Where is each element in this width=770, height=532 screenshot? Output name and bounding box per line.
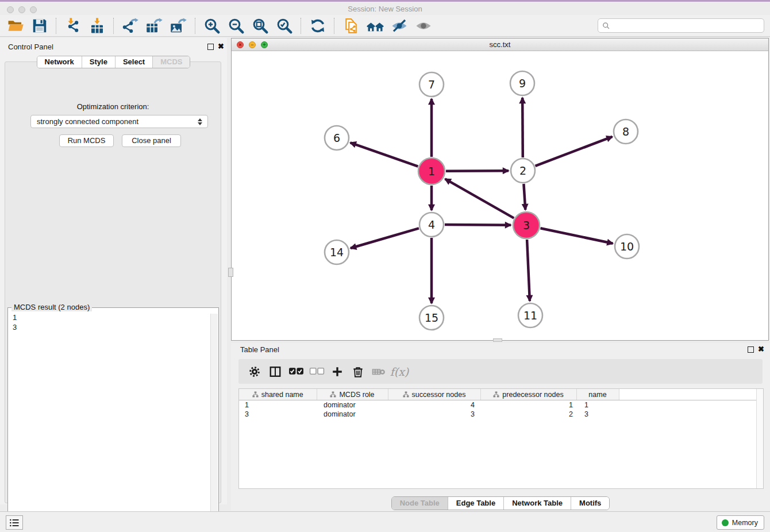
task-history-button[interactable] [6, 515, 23, 530]
column-header-shared-name[interactable]: shared name [239, 389, 317, 400]
export-image-icon [170, 17, 187, 34]
table-row[interactable]: 1dominator411 [239, 400, 763, 410]
export-network-button[interactable] [121, 16, 140, 36]
table-cell[interactable]: 3 [239, 410, 317, 419]
toolbar-separator [334, 18, 335, 34]
table-cell[interactable]: 1 [480, 400, 576, 410]
tab-node-table[interactable]: Node Table [392, 497, 448, 510]
table-panel: Table Panel ✖ f(x) shared nameMCDS roles… [231, 343, 770, 511]
table-cell[interactable]: 3 [388, 410, 480, 419]
column-layout-button[interactable] [265, 361, 286, 382]
tab-network-table[interactable]: Network Table [503, 497, 571, 510]
network-graph[interactable]: 7968124314101511 [232, 51, 768, 340]
table-cell[interactable]: dominator [317, 410, 388, 419]
node-label-6: 6 [333, 132, 340, 144]
select-all-columns-button[interactable] [286, 361, 306, 382]
zoom-out-button[interactable] [226, 16, 246, 36]
table-settings-button[interactable] [244, 361, 265, 382]
search-icon [602, 22, 610, 30]
edge-3-10[interactable] [541, 228, 613, 244]
edge-4-14[interactable] [351, 228, 419, 248]
hide-selected-button[interactable] [390, 16, 409, 36]
import-table-icon [88, 17, 106, 34]
refresh-icon [309, 17, 326, 34]
header-filler [619, 389, 763, 400]
open-file-button[interactable] [6, 16, 25, 36]
list-icon [9, 517, 20, 529]
export-table-button[interactable] [145, 16, 164, 36]
deselect-all-columns-button[interactable] [306, 361, 327, 382]
tab-edge-table[interactable]: Edge Table [448, 497, 503, 510]
close-panel-icon[interactable]: ✖ [218, 42, 224, 51]
delete-column-button[interactable] [348, 361, 368, 382]
edge-2-3[interactable] [523, 184, 525, 210]
table-float-panel-icon[interactable] [748, 346, 754, 353]
table-cell[interactable]: 4 [388, 400, 480, 410]
refresh-button[interactable] [308, 16, 328, 36]
edge-2-9[interactable] [522, 98, 523, 157]
table-cell[interactable]: 1 [576, 400, 619, 410]
table-scrollbar[interactable] [756, 389, 763, 488]
mcds-result-node: 1 [13, 313, 17, 322]
edge-4-3[interactable] [445, 225, 511, 225]
column-header-MCDS-role[interactable]: MCDS role [317, 389, 388, 400]
memory-button[interactable]: Memory [717, 515, 764, 530]
run-mcds-button[interactable]: Run MCDS [59, 134, 114, 147]
tab-network[interactable]: Network [37, 56, 82, 68]
toolbar-separator [113, 18, 114, 34]
table-row[interactable]: 3dominator323 [239, 410, 763, 419]
tab-style[interactable]: Style [82, 56, 115, 68]
close-panel-button[interactable]: Close panel [122, 134, 181, 147]
tab-motifs[interactable]: Motifs [571, 497, 609, 510]
horizontal-splitter-grip[interactable] [493, 338, 502, 342]
vertical-splitter-grip[interactable] [228, 268, 233, 277]
search-box[interactable] [598, 18, 764, 33]
edge-3-11[interactable] [527, 240, 530, 301]
float-panel-icon[interactable] [207, 44, 214, 50]
tab-select[interactable]: Select [115, 56, 152, 68]
column-header-predecessor-nodes[interactable]: predecessor nodes [480, 389, 576, 400]
edge-2-8[interactable] [536, 137, 613, 166]
result-scrollbar[interactable] [210, 314, 218, 522]
optimization-label: Optimization criterion: [5, 102, 221, 111]
network-window-titlebar[interactable]: × − + scc.txt [232, 38, 768, 51]
show-all-button[interactable] [414, 16, 433, 36]
control-panel-title: Control Panel [8, 43, 53, 51]
zoom-selected-button[interactable] [275, 16, 294, 36]
network-window-title: scc.txt [232, 40, 768, 49]
import-network-icon [64, 17, 82, 34]
dropdown-stepper-icon [197, 118, 202, 125]
node-label-15: 15 [425, 311, 438, 324]
duplicate-network-button[interactable] [341, 16, 361, 36]
network-canvas[interactable]: 7968124314101511 [232, 51, 768, 340]
eye-slash-icon [391, 17, 408, 34]
table-tabs-row: Node TableEdge TableNetwork TableMotifs [231, 496, 770, 510]
memory-status-icon [722, 519, 729, 526]
edge-1-2[interactable] [446, 171, 509, 171]
import-network-button[interactable] [63, 16, 83, 36]
table-cell[interactable]: 2 [480, 410, 576, 419]
add-column-button[interactable] [327, 361, 348, 382]
save-icon [31, 17, 48, 34]
zoom-in-button[interactable] [202, 16, 222, 36]
zoom-fit-icon [252, 17, 269, 34]
first-neighbors-button[interactable] [365, 16, 385, 36]
search-input[interactable] [613, 18, 764, 33]
export-image-button[interactable] [169, 16, 188, 36]
node-label-10: 10 [620, 240, 634, 253]
edge-1-6[interactable] [351, 142, 418, 166]
first-neighbors-icon [367, 17, 384, 34]
save-session-button[interactable] [30, 16, 49, 36]
zoom-fit-button[interactable] [251, 16, 270, 36]
table-cell[interactable]: dominator [317, 400, 388, 410]
optimization-dropdown[interactable]: strongly connected component [30, 115, 208, 128]
main-titlebar: Session: New Session [0, 0, 770, 15]
edge-3-1[interactable] [445, 179, 514, 218]
table-close-panel-icon[interactable]: ✖ [758, 345, 764, 353]
table-cell[interactable]: 3 [576, 410, 619, 419]
tab-mcds[interactable]: MCDS [152, 56, 190, 68]
table-cell[interactable]: 1 [239, 400, 317, 410]
column-header-successor-nodes[interactable]: successor nodes [388, 389, 480, 400]
import-table-button[interactable] [87, 16, 107, 36]
column-header-name[interactable]: name [576, 389, 619, 400]
